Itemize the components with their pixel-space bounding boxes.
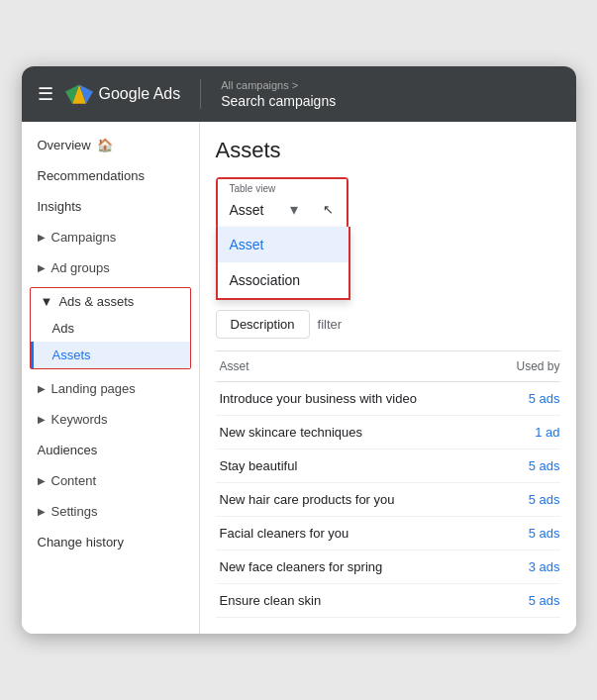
sidebar-subitem-assets[interactable]: Assets (31, 342, 190, 368)
table-view-select[interactable]: Asset ▾ ↖ (218, 194, 347, 227)
row-usedby-3[interactable]: 5 ads (481, 492, 560, 507)
assets-label: Assets (52, 348, 91, 362)
sidebar-label-overview: Overview (38, 138, 91, 152)
row-usedby-1[interactable]: 1 ad (481, 425, 560, 440)
selected-view-text: Asset (230, 202, 264, 218)
campaigns-arrow-icon: ▶ (38, 232, 46, 243)
logo-text: Google Ads (99, 85, 181, 103)
sidebar-item-campaigns[interactable]: ▶ Campaigns (22, 222, 199, 252)
dropdown-arrow-icon: ▾ (290, 200, 298, 219)
nav-divider (200, 79, 201, 109)
sidebar-item-content[interactable]: ▶ Content (22, 465, 199, 496)
row-asset-1: New skincare techniques (216, 425, 481, 440)
sidebar-label-keywords: Keywords (51, 412, 108, 427)
sidebar-item-recommendations[interactable]: Recommendations (22, 160, 199, 191)
main-layout: Overview 🏠 Recommendations Insights ▶ Ca… (22, 122, 576, 634)
description-filter-tab[interactable]: Description (216, 310, 310, 339)
keywords-arrow-icon: ▶ (38, 414, 46, 425)
settings-arrow-icon: ▶ (38, 506, 46, 517)
sidebar-label-campaigns: Campaigns (51, 230, 117, 245)
ads-assets-arrow-icon: ▼ (41, 294, 53, 309)
dropdown-option-association[interactable]: Association (218, 262, 348, 298)
sidebar-subitem-ads[interactable]: Ads (31, 315, 190, 342)
sidebar-item-settings[interactable]: ▶ Settings (22, 496, 199, 527)
table-view-dropdown-container: Table view Asset ▾ ↖ Asset Association (216, 177, 348, 229)
content-area: Assets Table view Asset ▾ ↖ Asset Associ… (200, 122, 576, 634)
sidebar-label-change-history: Change history (38, 535, 124, 550)
table-row: New skincare techniques 1 ad (216, 416, 560, 450)
table-row: Ensure clean skin 5 ads (216, 584, 560, 618)
col-header-asset: Asset (216, 359, 481, 373)
row-asset-3: New hair care products for you (216, 492, 481, 507)
dropdown-menu: Asset Association (216, 227, 350, 300)
sidebar-label-insights: Insights (38, 199, 82, 214)
table-row: Facial cleaners for you 5 ads (216, 517, 560, 550)
option-asset-label: Asset (230, 237, 264, 252)
ads-assets-label: Ads & assets (58, 294, 134, 309)
sidebar-label-content: Content (51, 473, 97, 488)
data-table: Asset Used by Introduce your business wi… (216, 350, 560, 618)
sidebar-item-audiences[interactable]: Audiences (22, 435, 199, 465)
table-row: Introduce your business with video 5 ads (216, 382, 560, 416)
filter-row: Description filter (216, 310, 560, 339)
sidebar-label-landing-pages: Landing pages (51, 381, 136, 396)
sidebar: Overview 🏠 Recommendations Insights ▶ Ca… (22, 122, 200, 634)
sidebar-item-insights[interactable]: Insights (22, 191, 199, 222)
sidebar-label-settings: Settings (51, 504, 98, 519)
adgroups-arrow-icon: ▶ (38, 262, 46, 273)
cursor-indicator: ↖ (323, 202, 334, 217)
sidebar-label-adgroups: Ad groups (51, 260, 110, 275)
row-asset-6: Ensure clean skin (216, 593, 481, 608)
hamburger-icon[interactable]: ☰ (38, 83, 53, 105)
row-usedby-5[interactable]: 3 ads (481, 559, 560, 574)
option-association-label: Association (230, 272, 301, 288)
row-asset-5: New face cleaners for spring (216, 559, 481, 574)
sidebar-item-overview[interactable]: Overview 🏠 (22, 130, 199, 160)
col-header-usedby: Used by (481, 359, 560, 373)
ads-assets-section-header[interactable]: ▼ Ads & assets (31, 288, 190, 315)
table-row: New hair care products for you 5 ads (216, 483, 560, 517)
google-ads-logo-icon (65, 80, 93, 108)
row-usedby-2[interactable]: 5 ads (481, 458, 560, 473)
row-usedby-6[interactable]: 5 ads (481, 593, 560, 608)
row-usedby-4[interactable]: 5 ads (481, 526, 560, 541)
sidebar-item-keywords[interactable]: ▶ Keywords (22, 404, 199, 435)
sidebar-item-change-history[interactable]: Change history (22, 527, 199, 557)
page-title: Assets (216, 138, 560, 163)
row-asset-2: Stay beautiful (216, 458, 481, 473)
ads-assets-section: ▼ Ads & assets Ads Assets (30, 287, 191, 369)
top-nav: ☰ Google Ads All campaigns > Search camp… (22, 66, 576, 122)
browser-frame: ☰ Google Ads All campaigns > Search camp… (22, 66, 576, 634)
sidebar-item-landing-pages[interactable]: ▶ Landing pages (22, 373, 199, 404)
row-asset-4: Facial cleaners for you (216, 526, 481, 541)
table-row: New face cleaners for spring 3 ads (216, 550, 560, 584)
sidebar-label-audiences: Audiences (38, 443, 98, 457)
breadcrumb-area: All campaigns > Search campaigns (221, 79, 336, 109)
table-view-label: Table view (218, 179, 347, 194)
breadcrumb-current: Search campaigns (221, 93, 336, 109)
row-asset-0: Introduce your business with video (216, 391, 481, 406)
home-icon: 🏠 (97, 138, 113, 152)
sidebar-item-adgroups[interactable]: ▶ Ad groups (22, 252, 199, 283)
landing-pages-arrow-icon: ▶ (38, 383, 46, 394)
ads-label: Ads (52, 321, 74, 336)
sidebar-label-recommendations: Recommendations (38, 168, 145, 183)
content-arrow-icon: ▶ (38, 475, 46, 486)
filter-text: filter (318, 317, 343, 332)
breadcrumb-parent[interactable]: All campaigns > (221, 79, 336, 91)
table-header: Asset Used by (216, 351, 560, 382)
row-usedby-0[interactable]: 5 ads (481, 391, 560, 406)
dropdown-option-asset[interactable]: Asset (218, 227, 348, 262)
table-row: Stay beautiful 5 ads (216, 450, 560, 483)
google-ads-logo: Google Ads (65, 80, 181, 108)
